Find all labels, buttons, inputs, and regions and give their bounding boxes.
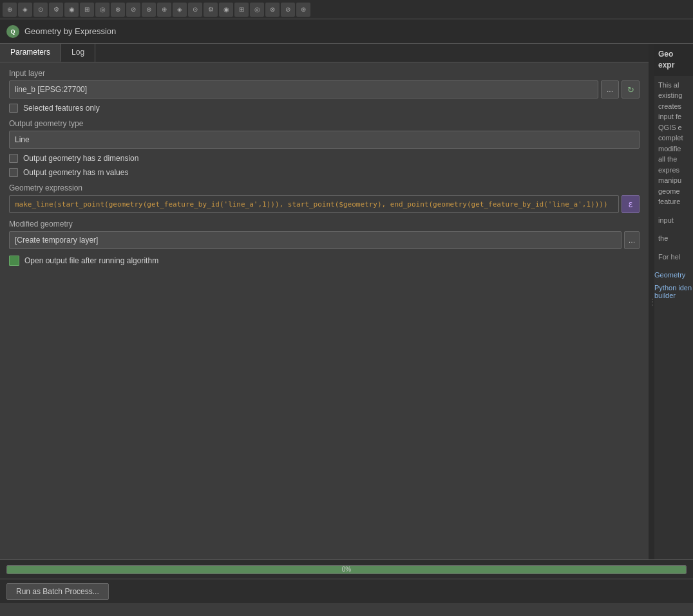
toolbar-icon-11[interactable]: ⊕ — [157, 3, 171, 17]
modified-geometry-browse-btn[interactable]: … — [624, 231, 640, 249]
output-m-row: Output geometry has m values — [9, 168, 640, 177]
selected-features-label: Selected features only — [23, 104, 100, 113]
right-panel-python-section[interactable]: Python iden builder — [654, 284, 693, 299]
selected-features-checkbox[interactable] — [9, 104, 18, 113]
geometry-expression-label: Geometry expression — [9, 183, 640, 192]
output-geometry-type-label: Output geometry type — [9, 119, 640, 128]
toolbar-icon-7[interactable]: ◎ — [95, 3, 109, 17]
geometry-expression-select[interactable]: make_line(start_point(geometry(get_featu… — [9, 195, 619, 213]
bottom-bar: Run as Batch Process... — [0, 579, 693, 603]
progress-area: 0% — [0, 559, 693, 579]
tab-parameters[interactable]: Parameters — [0, 44, 61, 62]
tab-log[interactable]: Log — [61, 44, 95, 62]
modified-geometry-label: Modified geometry — [9, 219, 640, 229]
window-title: Geometry by Expression — [24, 26, 116, 36]
right-panel-input-label: input — [654, 211, 693, 230]
tab-bar: Parameters Log — [0, 44, 649, 62]
input-layer-label: Input layer — [9, 69, 640, 78]
right-panel: Geoexpr This al existing creates input f… — [654, 44, 693, 559]
toolbar-icon-6[interactable]: ⊞ — [80, 3, 94, 17]
toolbar-icon-12[interactable]: ◈ — [173, 3, 187, 17]
left-panel: Parameters Log Input layer line_b [EPSG:… — [0, 44, 650, 559]
toolbar-icon-2[interactable]: ◈ — [18, 3, 32, 17]
toolbar-icon-17[interactable]: ◎ — [250, 3, 264, 17]
open-output-label: Open output file after running algorithm — [24, 256, 158, 265]
toolbar-icon-4[interactable]: ⚙ — [49, 3, 63, 17]
open-output-row: Open output file after running algorithm — [9, 256, 640, 266]
toolbar-icon-20[interactable]: ⊛ — [296, 3, 310, 17]
toolbar-icon-3[interactable]: ⊙ — [33, 3, 48, 17]
right-panel-geometry-section[interactable]: Geometry — [654, 271, 693, 279]
toolbar-icon-10[interactable]: ⊛ — [142, 3, 156, 17]
toolbar-icon-18[interactable]: ⊗ — [265, 3, 280, 17]
toolbar: ⊕ ◈ ⊙ ⚙ ◉ ⊞ ◎ ⊗ ⊘ ⊛ ⊕ ◈ ⊙ ⚙ ◉ ⊞ ◎ ⊗ ⊘ ⊛ — [0, 0, 693, 19]
output-m-label: Output geometry has m values — [23, 168, 128, 177]
output-z-checkbox[interactable] — [9, 154, 18, 163]
toolbar-icon-19[interactable]: ⊘ — [281, 3, 295, 17]
input-layer-select[interactable]: line_b [EPSG:27700] — [9, 80, 598, 98]
right-panel-description: This al existing creates input fe QGIS e… — [654, 76, 693, 211]
parameters-content: Input layer line_b [EPSG:27700] ... ↻ Se… — [0, 62, 649, 559]
toolbar-icon-15[interactable]: ◉ — [219, 3, 233, 17]
run-batch-button[interactable]: Run as Batch Process... — [6, 583, 109, 600]
qgis-logo: Q — [6, 25, 19, 38]
right-panel-help-label: For hel — [654, 248, 693, 266]
main-container: Parameters Log Input layer line_b [EPSG:… — [0, 44, 693, 559]
input-layer-row: line_b [EPSG:27700] ... ↻ — [9, 80, 640, 98]
selected-features-row: Selected features only — [9, 104, 640, 113]
modified-geometry-row: … — [9, 231, 640, 249]
titlebar: Q Geometry by Expression — [0, 19, 693, 44]
progress-bar-container: 0% — [6, 565, 687, 574]
output-geometry-type-row: Line — [9, 131, 640, 149]
output-geometry-type-select[interactable]: Line — [9, 131, 640, 149]
toolbar-icon-5[interactable]: ◉ — [64, 3, 79, 17]
right-panel-the-label: the — [654, 229, 693, 248]
geometry-expression-row: make_line(start_point(geometry(get_featu… — [9, 195, 640, 213]
progress-bar: 0% — [7, 566, 686, 574]
output-m-checkbox[interactable] — [9, 168, 18, 177]
right-panel-title: Geoexpr — [654, 44, 693, 76]
input-layer-ellipsis-btn[interactable]: ... — [601, 80, 619, 98]
toolbar-icon-9[interactable]: ⊘ — [126, 3, 140, 17]
expression-epsilon-btn[interactable]: ε — [622, 195, 640, 213]
input-layer-refresh-btn[interactable]: ↻ — [622, 80, 640, 98]
toolbar-icon-14[interactable]: ⚙ — [204, 3, 218, 17]
toolbar-icon-13[interactable]: ⊙ — [188, 3, 202, 17]
modified-geometry-input[interactable] — [9, 231, 622, 249]
toolbar-icon-8[interactable]: ⊗ — [111, 3, 125, 17]
toolbar-icon-1[interactable]: ⊕ — [3, 3, 17, 17]
toolbar-icon-16[interactable]: ⊞ — [234, 3, 249, 17]
progress-label: 0% — [342, 566, 351, 573]
output-z-row: Output geometry has z dimension — [9, 154, 640, 163]
output-z-label: Output geometry has z dimension — [23, 154, 138, 163]
open-output-checkbox[interactable] — [9, 256, 19, 266]
